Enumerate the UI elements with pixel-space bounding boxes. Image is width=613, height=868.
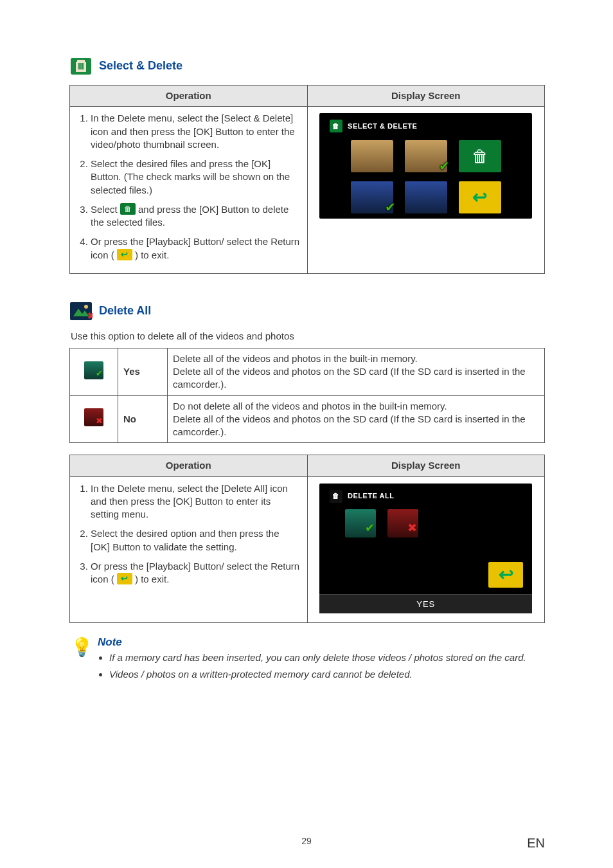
screen-title: DELETE ALL — [348, 491, 394, 501]
step-4: Or press the [Playback] Button/ select t… — [91, 235, 301, 262]
step-3: Or press the [Playback] Button/ select t… — [91, 560, 301, 586]
thumb-trash — [459, 140, 501, 172]
step-1: In the Delete menu, select the [Delete A… — [91, 482, 301, 521]
note-item-1: If a memory card has been inserted, you … — [109, 651, 526, 664]
section-header-select-delete: Select & Delete — [69, 54, 545, 77]
page-number: 29 — [301, 836, 312, 846]
svg-rect-5 — [82, 63, 84, 69]
return-icon — [117, 573, 132, 584]
col-header-operation: Operation — [70, 86, 308, 107]
svg-rect-2 — [77, 60, 85, 62]
yes-description: Delete all of the videos and photos in t… — [168, 348, 545, 395]
yes-label: Yes — [118, 348, 168, 395]
section-header-delete-all: ✖ Delete All — [69, 300, 545, 323]
note-block: 💡 Note If a memory card has been inserte… — [69, 635, 545, 685]
no-icon-cell — [70, 395, 118, 443]
no-label: No — [118, 395, 168, 443]
svg-text:✖: ✖ — [87, 311, 93, 321]
step-2: Select the desired option and then press… — [91, 527, 301, 554]
trash-icon — [120, 203, 136, 215]
no-description: Do not delete all of the videos and phot… — [168, 395, 545, 443]
return-icon — [117, 249, 132, 260]
thumb-photo-3-checked — [351, 181, 393, 213]
operation-steps: In the Delete menu, select the [Select &… — [75, 111, 302, 269]
display-screen-delete-all: 🗑DELETE ALL YES — [319, 484, 532, 614]
section-title: Select & Delete — [99, 59, 182, 73]
section-title: Delete All — [99, 304, 151, 318]
thumb-photo-1 — [351, 140, 393, 172]
table-yes-no: Yes Delete all of the videos and photos … — [69, 348, 545, 444]
table-select-delete: Operation Display Screen In the Delete m… — [69, 85, 545, 274]
page-footer: 29 EN — [0, 836, 613, 846]
thumb-photo-2-checked — [405, 140, 447, 172]
step-1: In the Delete menu, select the [Select &… — [91, 112, 301, 151]
thumb-return — [459, 181, 501, 213]
language-code: EN — [527, 836, 545, 851]
note-item-2: Videos / photos on a written-protected m… — [109, 668, 526, 681]
step-3: Select and press the [OK] Button to dele… — [91, 203, 301, 230]
option-no — [387, 509, 418, 538]
lightbulb-icon: 💡 — [69, 635, 94, 659]
option-yes — [345, 509, 376, 538]
status-yes: YES — [319, 594, 532, 614]
screen-title: SELECT & DELETE — [348, 122, 417, 131]
section-caption: Use this option to delete all of the vid… — [71, 330, 545, 341]
yes-icon-cell — [70, 348, 118, 395]
svg-rect-3 — [78, 63, 80, 69]
yes-option-icon — [84, 361, 103, 379]
svg-rect-4 — [80, 63, 82, 69]
delete-all-section-icon: ✖ — [69, 300, 93, 323]
col-header-operation: Operation — [70, 455, 308, 476]
col-header-display-screen: Display Screen — [307, 455, 545, 476]
thumb-return — [488, 562, 523, 588]
svg-point-8 — [84, 305, 88, 309]
no-option-icon — [84, 408, 103, 426]
trash-icon: 🗑 — [330, 120, 342, 132]
thumb-photo-4 — [405, 181, 447, 213]
col-header-display-screen: Display Screen — [307, 86, 545, 107]
display-screen-select-delete: 🗑SELECT & DELETE — [319, 113, 532, 219]
operation-steps-2: In the Delete menu, select the [Delete A… — [75, 481, 302, 594]
trash-section-icon — [69, 54, 93, 77]
table-delete-all-op: Operation Display Screen In the Delete m… — [69, 455, 545, 623]
delete-all-icon: 🗑 — [330, 490, 342, 503]
note-heading: Note — [98, 636, 526, 649]
step-2: Select the desired files and press the [… — [91, 158, 301, 197]
